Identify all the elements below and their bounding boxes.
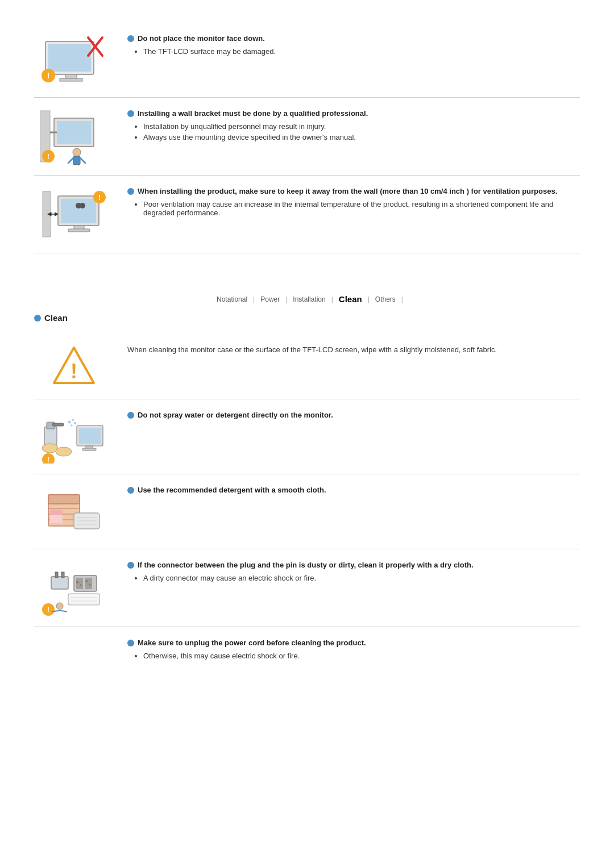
icon-warning-triangle: ! xyxy=(51,343,97,389)
svg-point-65 xyxy=(80,585,82,586)
svg-rect-44 xyxy=(79,428,101,444)
section-cleaning-general: ! When cleaning the monitor case or the … xyxy=(34,333,580,399)
svg-rect-62 xyxy=(76,578,83,589)
svg-rect-27 xyxy=(68,229,90,232)
icon-connector-dirty: ! xyxy=(40,560,108,616)
clean-bullet-icon xyxy=(34,315,41,322)
svg-point-67 xyxy=(89,584,91,586)
bullet-item: A dirty connector may cause an electric … xyxy=(143,574,580,582)
bullet-icon xyxy=(127,35,134,42)
svg-rect-63 xyxy=(85,578,92,589)
svg-point-36 xyxy=(72,419,74,421)
bullet-item: Installation by unqualified personnel ma… xyxy=(143,122,580,131)
clean-section-heading: Clean xyxy=(34,313,580,323)
svg-rect-20 xyxy=(43,191,51,237)
svg-point-40 xyxy=(56,447,72,456)
section-smooth-cloth: Use the recommended detergent with a smo… xyxy=(34,474,580,549)
icon-ventilation: ! xyxy=(40,186,108,243)
svg-point-25 xyxy=(80,203,85,208)
image-smooth-cloth xyxy=(34,485,114,539)
svg-text:!: ! xyxy=(47,71,50,80)
svg-rect-23 xyxy=(61,199,96,223)
svg-line-15 xyxy=(80,158,85,163)
bullet-icon xyxy=(127,110,134,117)
icon-face-down: ! xyxy=(40,33,108,87)
bullet-icon xyxy=(127,188,134,195)
image-cleaning-general: ! xyxy=(34,343,114,389)
svg-point-35 xyxy=(68,421,71,424)
svg-rect-68 xyxy=(68,594,99,605)
bullet-icon xyxy=(127,640,134,646)
title-ventilation: When installing the product, make sure t… xyxy=(127,187,580,195)
cleaning-general-text: When cleaning the monitor case or the su… xyxy=(127,344,580,356)
svg-text:!: ! xyxy=(70,360,77,383)
svg-point-38 xyxy=(74,422,76,424)
svg-text:!: ! xyxy=(47,152,49,161)
section-no-spray: ! Do not spray water or detergent direct… xyxy=(34,399,580,474)
icon-smooth-cloth xyxy=(40,485,108,539)
bullets-wall-bracket: Installation by unqualified personnel ma… xyxy=(127,122,580,141)
nav-item-notational[interactable]: Notational xyxy=(211,293,253,306)
title-wall-bracket: Installing a wall bracket must be done b… xyxy=(127,109,580,118)
nav-item-clean[interactable]: Clean xyxy=(333,292,368,306)
text-smooth-cloth: Use the recommended detergent with a smo… xyxy=(127,485,580,499)
image-ventilation: ! xyxy=(34,186,114,243)
title-unplug: Make sure to unplug the power cord befor… xyxy=(127,639,580,647)
image-wall-bracket: ! xyxy=(34,108,114,165)
image-connector-dirty: ! xyxy=(34,560,114,616)
section-unplug-before-clean: Make sure to unplug the power cord befor… xyxy=(34,627,580,673)
image-no-spray: ! xyxy=(34,410,114,464)
svg-text:!: ! xyxy=(47,606,49,614)
nav-item-others[interactable]: Others xyxy=(370,293,401,306)
title-no-spray: Do not spray water or detergent directly… xyxy=(127,411,580,419)
section-face-down: ! Do not place the monitor face down. Th… xyxy=(34,23,580,98)
bullets-face-down: The TFT-LCD surface may be damaged. xyxy=(127,47,580,56)
svg-line-14 xyxy=(68,158,73,163)
icon-wall-bracket: ! xyxy=(40,108,108,165)
nav-item-power[interactable]: Power xyxy=(255,293,285,306)
svg-rect-10 xyxy=(57,121,91,144)
bullet-icon xyxy=(127,412,134,419)
bullet-icon xyxy=(127,562,134,569)
bullets-connector-dirty: A dirty connector may cause an electric … xyxy=(127,574,580,582)
svg-point-12 xyxy=(73,148,81,156)
text-face-down: Do not place the monitor face down. The … xyxy=(127,33,580,58)
svg-point-37 xyxy=(70,424,73,427)
navigation-bar: Notational | Power | Installation | Clea… xyxy=(34,292,580,306)
svg-text:!: ! xyxy=(98,193,101,202)
nav-item-installation[interactable]: Installation xyxy=(287,293,331,306)
title-connector-dirty: If the connector between the plug and th… xyxy=(127,561,580,569)
svg-rect-53 xyxy=(50,515,63,523)
text-connector-dirty: If the connector between the plug and th… xyxy=(127,560,580,585)
bullet-icon xyxy=(127,487,134,494)
svg-rect-60 xyxy=(61,572,64,578)
bullets-unplug: Otherwise, this may cause electric shock… xyxy=(127,652,580,660)
text-cleaning-general: When cleaning the monitor case or the su… xyxy=(127,343,580,356)
svg-rect-58 xyxy=(51,577,68,589)
svg-rect-13 xyxy=(73,156,80,165)
text-ventilation: When installing the product, make sure t… xyxy=(127,186,580,219)
svg-text:!: ! xyxy=(47,456,49,464)
nav-sep-5: | xyxy=(401,295,403,303)
svg-point-66 xyxy=(85,580,88,582)
svg-rect-34 xyxy=(52,423,64,426)
bullet-item: The TFT-LCD surface may be damaged. xyxy=(143,47,580,56)
svg-rect-1 xyxy=(48,44,91,72)
bullet-item: Poor ventilation may cause an increase i… xyxy=(143,200,580,217)
image-face-down: ! xyxy=(34,33,114,87)
section-ventilation: ! When installing the product, make sure… xyxy=(34,176,580,253)
text-no-spray: Do not spray water or detergent directly… xyxy=(127,410,580,424)
title-smooth-cloth: Use the recommended detergent with a smo… xyxy=(127,486,580,494)
section-wall-bracket: ! Installing a wall bracket must be done… xyxy=(34,98,580,176)
svg-rect-48 xyxy=(48,495,80,504)
svg-rect-3 xyxy=(60,78,82,81)
svg-point-64 xyxy=(76,581,78,583)
svg-point-73 xyxy=(56,603,63,610)
text-unplug: Make sure to unplug the power cord befor… xyxy=(127,637,580,662)
spacer xyxy=(34,253,580,274)
text-wall-bracket: Installing a wall bracket must be done b… xyxy=(127,108,580,144)
section-connector-dirty: ! If the connector between the plug and … xyxy=(34,549,580,627)
icon-no-spray: ! xyxy=(40,410,108,464)
title-face-down: Do not place the monitor face down. xyxy=(127,34,580,43)
svg-rect-59 xyxy=(55,572,58,578)
